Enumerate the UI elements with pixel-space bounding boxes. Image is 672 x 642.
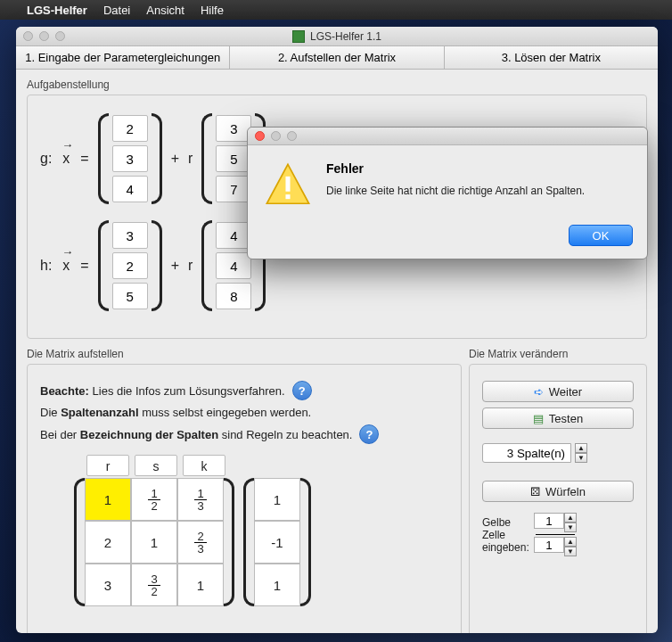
dialog-minimize-button[interactable] xyxy=(271,131,281,141)
help-button-columns[interactable]: ? xyxy=(359,424,379,444)
note-line-3: Bei der Bezeichnung der Spalten sind Reg… xyxy=(40,428,352,441)
h-support-vector xyxy=(98,220,162,311)
ok-button[interactable]: OK xyxy=(569,225,633,246)
h-support-1[interactable] xyxy=(112,252,148,279)
menu-datei[interactable]: Datei xyxy=(103,4,130,17)
rhs-cell[interactable]: 1 xyxy=(254,478,300,521)
equals-sign: = xyxy=(80,258,88,274)
h-direction-2[interactable] xyxy=(216,283,251,309)
spinner-down-icon[interactable]: ▼ xyxy=(575,453,587,463)
matrix-cell[interactable]: 3 xyxy=(85,564,131,606)
yellow-label-3: eingeben: xyxy=(482,541,529,554)
menu-hilfe[interactable]: Hilfe xyxy=(201,4,224,17)
modify-group: ➪ Weiter ▤ Testen ▲ ▼ xyxy=(469,364,647,633)
yellow-label-1: Gelbe xyxy=(482,516,529,529)
tab-step-2[interactable]: 2. Aufstellen der Matrix xyxy=(230,46,444,69)
h-support-2[interactable] xyxy=(112,283,148,309)
matrix-cell[interactable]: 12 xyxy=(131,478,177,521)
svg-rect-2 xyxy=(285,194,290,199)
dialog-title: Fehler xyxy=(326,161,585,176)
weiter-button[interactable]: ➪ Weiter xyxy=(482,381,634,402)
dialog-close-button[interactable] xyxy=(255,131,265,141)
matrix-cell[interactable]: 1 xyxy=(131,521,177,564)
yellow-cell-input-row: Gelbe Zelle eingeben: ▲▼ xyxy=(482,513,634,556)
matrix-cell[interactable]: 23 xyxy=(177,521,224,564)
document-icon: ▤ xyxy=(533,412,544,425)
testen-button[interactable]: ▤ Testen xyxy=(482,407,634,429)
window-close-button[interactable] xyxy=(23,31,33,41)
setup-heading: Die Matrix aufstellen xyxy=(27,348,462,360)
matrix-area: 1121321233321 1-11 xyxy=(74,478,448,606)
equation-g-label: g: xyxy=(40,151,52,167)
col-header-0[interactable]: r xyxy=(86,455,129,476)
dialog-titlebar xyxy=(248,128,647,145)
col-header-2[interactable]: k xyxy=(183,455,225,476)
spinner-down-icon[interactable]: ▼ xyxy=(564,547,577,556)
g-support-1[interactable] xyxy=(112,145,148,172)
note-line-1: Beachte: Lies die Infos zum Lösungsverfa… xyxy=(40,384,285,398)
column-count-input[interactable] xyxy=(482,443,571,463)
rhs-cell[interactable]: 1 xyxy=(254,564,300,606)
matrix-cell[interactable]: 1 xyxy=(85,478,131,521)
rhs-vector: 1-11 xyxy=(243,478,311,606)
modify-heading: Die Matrix verändern xyxy=(469,348,647,360)
window-minimize-button[interactable] xyxy=(39,31,49,41)
app-icon xyxy=(292,30,305,43)
vector-x-symbol: x xyxy=(62,258,70,274)
window-titlebar: LGS-Helfer 1.1 xyxy=(16,27,658,46)
spinner-down-icon[interactable]: ▼ xyxy=(564,523,577,532)
g-support-0[interactable] xyxy=(112,115,148,142)
wuerfeln-button[interactable]: ⚄ Würfeln xyxy=(482,481,634,502)
equals-sign: = xyxy=(80,151,88,167)
vector-x-symbol: x xyxy=(62,151,70,167)
warning-icon xyxy=(264,161,312,212)
h-direction-1[interactable] xyxy=(216,252,251,279)
app-menu[interactable]: LGS-Helfer xyxy=(27,4,87,17)
matrix-cell[interactable]: 32 xyxy=(131,564,177,606)
note-line-2: Die Spaltenanzahl muss selbst eingegeben… xyxy=(40,406,311,419)
column-count-spinner[interactable]: ▲ ▼ xyxy=(482,443,634,463)
g-support-2[interactable] xyxy=(112,176,148,202)
plus-sign: + xyxy=(171,258,179,274)
plus-sign: + xyxy=(171,151,179,167)
equation-h-label: h: xyxy=(40,258,52,274)
system-menubar: LGS-Helfer Datei Ansicht Hilfe xyxy=(0,0,672,20)
help-button-solving[interactable]: ? xyxy=(292,381,312,400)
tab-step-1[interactable]: 1. Eingabe der Parametergleichungen xyxy=(16,46,230,69)
traffic-lights xyxy=(23,31,65,41)
error-dialog: Fehler Die linke Seite hat nicht die ric… xyxy=(247,127,648,259)
rhs-cell[interactable]: -1 xyxy=(254,521,300,564)
svg-rect-1 xyxy=(285,177,290,192)
matrix-cell[interactable]: 13 xyxy=(177,478,224,521)
spinner-up-icon[interactable]: ▲ xyxy=(564,537,577,547)
task-heading: Aufgabenstellung xyxy=(27,78,647,91)
h-param: r xyxy=(188,258,193,274)
matrix-cell[interactable]: 2 xyxy=(85,521,131,564)
yellow-numerator-input[interactable] xyxy=(534,513,564,529)
main-window: LGS-Helfer 1.1 1. Eingabe der Parameterg… xyxy=(16,27,658,633)
tab-step-3[interactable]: 3. Lösen der Matrix xyxy=(445,46,658,69)
col-header-1[interactable]: s xyxy=(135,455,177,476)
menu-ansicht[interactable]: Ansicht xyxy=(146,4,184,17)
spinner-up-icon[interactable]: ▲ xyxy=(564,513,577,523)
lhs-matrix: 1121321233321 xyxy=(74,478,234,606)
setup-group: Beachte: Lies die Infos zum Lösungsverfa… xyxy=(27,364,462,633)
g-param: r xyxy=(188,151,193,167)
matrix-cell[interactable]: 1 xyxy=(177,564,224,606)
arrow-right-icon: ➪ xyxy=(534,385,544,399)
yellow-denominator-input[interactable] xyxy=(534,537,564,553)
window-zoom-button[interactable] xyxy=(55,31,65,41)
window-title: LGS-Helfer 1.1 xyxy=(310,30,381,43)
dialog-zoom-button[interactable] xyxy=(287,131,297,141)
spinner-up-icon[interactable]: ▲ xyxy=(575,443,587,453)
h-support-0[interactable] xyxy=(112,222,148,249)
dice-icon: ⚄ xyxy=(530,485,540,498)
yellow-label-2: Zelle xyxy=(482,529,529,541)
dialog-message: Die linke Seite hat nicht die richtige A… xyxy=(326,185,585,197)
column-header-row: r s k xyxy=(86,455,448,476)
step-tabbar: 1. Eingabe der Parametergleichungen 2. A… xyxy=(16,46,658,70)
g-support-vector xyxy=(98,113,162,204)
